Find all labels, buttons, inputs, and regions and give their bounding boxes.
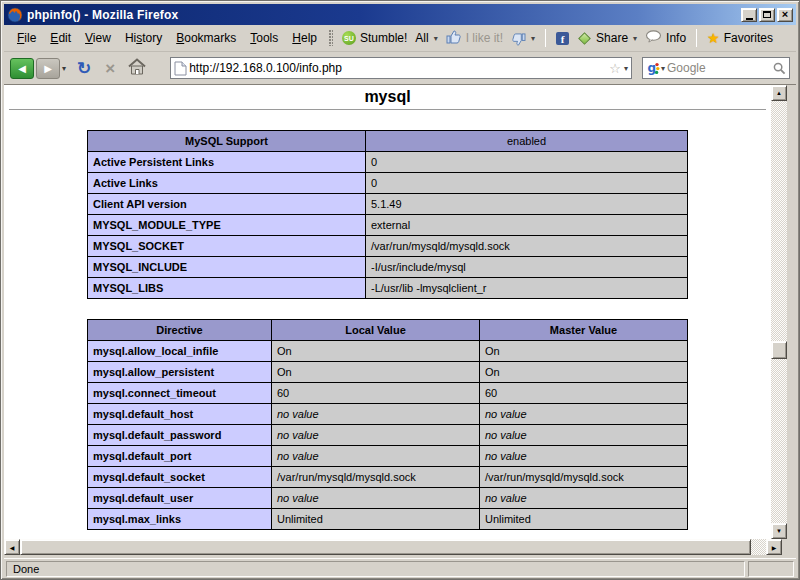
table-row: mysql.allow_local_infileOnOn xyxy=(88,341,688,362)
like-button[interactable]: I like it! xyxy=(442,28,507,49)
maximize-icon xyxy=(763,11,771,18)
title-bar[interactable]: phpinfo() - Mozilla Firefox × xyxy=(4,4,796,25)
thumbs-up-icon xyxy=(446,30,462,47)
facebook-button[interactable]: f xyxy=(552,30,573,47)
facebook-icon: f xyxy=(556,32,569,45)
search-input[interactable] xyxy=(665,61,773,75)
vertical-scrollbar-track[interactable] xyxy=(771,101,787,523)
table-cell: no value xyxy=(480,425,688,446)
share-dropdown[interactable]: Share ▾ xyxy=(573,29,641,47)
favorites-star-icon: ★ xyxy=(707,30,720,46)
table-cell: /var/run/mysqld/mysqld.sock xyxy=(272,467,480,488)
dislike-button[interactable]: ▾ xyxy=(507,28,539,48)
scroll-left-button[interactable]: ◀ xyxy=(4,539,20,555)
stop-button[interactable]: × xyxy=(98,60,122,77)
home-button[interactable] xyxy=(122,58,152,79)
scroll-right-button[interactable]: ▶ xyxy=(766,539,782,555)
table-cell: -I/usr/include/mysql xyxy=(366,257,688,278)
table-header-cell: MySQL Support xyxy=(88,131,366,152)
horizontal-scrollbar[interactable]: ◀ ▶ xyxy=(4,539,782,555)
page-title: mysql xyxy=(4,88,771,106)
table-row: MYSQL_MODULE_TYPEexternal xyxy=(88,215,688,236)
menu-view[interactable]: View xyxy=(78,28,118,48)
table-row: MYSQL_INCLUDE-I/usr/include/mysql xyxy=(88,257,688,278)
table-cell: Client API version xyxy=(88,194,366,215)
page-icon xyxy=(174,61,187,76)
table-row: mysql.default_portno valueno value xyxy=(88,446,688,467)
scroll-down-button[interactable]: ▼ xyxy=(771,523,787,539)
table-cell: mysql.max_links xyxy=(88,509,272,530)
table-row: Client API version5.1.49 xyxy=(88,194,688,215)
status-text-panel: Done xyxy=(6,561,745,577)
table-header-cell: Local Value xyxy=(272,320,480,341)
close-button[interactable]: × xyxy=(777,8,793,22)
table-cell: mysql.allow_persistent xyxy=(88,362,272,383)
google-icon: g xyxy=(646,61,660,75)
table-cell: no value xyxy=(272,425,480,446)
horizontal-scrollbar-thumb[interactable] xyxy=(20,539,751,555)
firefox-icon xyxy=(7,7,23,23)
table-cell: On xyxy=(480,362,688,383)
menu-items: FileEditViewHistoryBookmarksToolsHelp xyxy=(10,31,324,45)
table-row: Active Persistent Links0 xyxy=(88,152,688,173)
arrow-right-icon: ▶ xyxy=(772,544,777,551)
refresh-icon: ↻ xyxy=(77,59,91,78)
status-text: Done xyxy=(13,563,39,575)
table-cell: Unlimited xyxy=(480,509,688,530)
minimize-button[interactable] xyxy=(741,8,757,22)
page-content: mysql MySQL SupportenabledActive Persist… xyxy=(4,85,771,539)
table-row: mysql.default_passwordno valueno value xyxy=(88,425,688,446)
vertical-scrollbar[interactable]: ▲ ▼ xyxy=(771,85,787,539)
menu-edit[interactable]: Edit xyxy=(43,28,78,48)
table-cell: MYSQL_SOCKET xyxy=(88,236,366,257)
vertical-scrollbar-thumb[interactable] xyxy=(771,341,787,359)
table-cell: mysql.default_host xyxy=(88,404,272,425)
forward-button[interactable]: ▶ xyxy=(36,58,60,79)
info-label: Info xyxy=(666,31,686,45)
bookmark-star-icon[interactable]: ☆ xyxy=(607,61,623,76)
heading-rule xyxy=(9,109,766,110)
refresh-button[interactable]: ↻ xyxy=(70,60,98,77)
chevron-down-icon: ▾ xyxy=(633,34,637,43)
table-cell: 60 xyxy=(272,383,480,404)
speech-bubble-icon xyxy=(645,30,662,46)
history-dropdown[interactable]: ▾ xyxy=(60,64,70,73)
chevron-down-icon: ▾ xyxy=(62,64,66,73)
chevron-down-icon: ▾ xyxy=(531,34,535,43)
url-input[interactable] xyxy=(187,61,607,75)
table-cell: 5.1.49 xyxy=(366,194,688,215)
table-header-cell: enabled xyxy=(366,131,688,152)
table-cell: no value xyxy=(272,488,480,509)
arrow-down-icon: ▼ xyxy=(776,528,782,534)
table-row: mysql.max_linksUnlimitedUnlimited xyxy=(88,509,688,530)
chevron-down-icon[interactable]: ▾ xyxy=(624,64,628,73)
table-cell: no value xyxy=(272,446,480,467)
back-button[interactable]: ◀ xyxy=(10,58,34,79)
table-cell: /var/run/mysqld/mysqld.sock xyxy=(366,236,688,257)
scroll-up-button[interactable]: ▲ xyxy=(771,85,787,101)
table-cell: no value xyxy=(480,488,688,509)
favorites-button[interactable]: ★ Favorites xyxy=(703,28,777,48)
table-row: mysql.default_socket/var/run/mysqld/mysq… xyxy=(88,467,688,488)
home-icon xyxy=(128,58,146,79)
search-icon[interactable] xyxy=(773,62,786,75)
menu-file[interactable]: File xyxy=(10,28,43,48)
table-row: MYSQL_SOCKET/var/run/mysqld/mysqld.sock xyxy=(88,236,688,257)
maximize-button[interactable] xyxy=(759,8,775,22)
table-cell: mysql.connect_timeout xyxy=(88,383,272,404)
stumble-button[interactable]: SU Stumble! xyxy=(338,29,411,47)
chevron-down-icon: ▾ xyxy=(434,34,438,43)
menu-history[interactable]: History xyxy=(118,28,169,48)
toolbar-separator xyxy=(696,29,697,47)
menu-help[interactable]: Help xyxy=(285,28,324,48)
menu-tools[interactable]: Tools xyxy=(243,28,285,48)
table-cell: mysql.default_socket xyxy=(88,467,272,488)
info-button[interactable]: Info xyxy=(641,28,690,48)
table-row: Active Links0 xyxy=(88,173,688,194)
like-label: I like it! xyxy=(466,31,503,45)
mysql-support-table: MySQL SupportenabledActive Persistent Li… xyxy=(87,130,688,299)
all-dropdown[interactable]: All ▾ xyxy=(411,29,441,47)
menu-bar: FileEditViewHistoryBookmarksToolsHelp SU… xyxy=(4,25,796,52)
minimize-icon xyxy=(746,18,753,20)
menu-bookmarks[interactable]: Bookmarks xyxy=(169,28,243,48)
